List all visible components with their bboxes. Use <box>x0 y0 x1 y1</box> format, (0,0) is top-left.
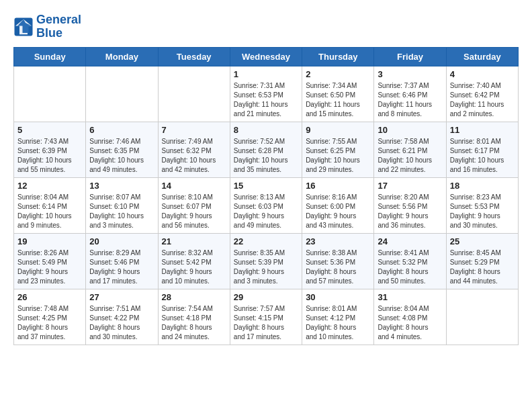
day-info: Sunrise: 8:16 AMSunset: 6:00 PMDaylight:… <box>306 193 370 230</box>
day-info: Sunrise: 8:01 AMSunset: 6:17 PMDaylight:… <box>450 137 515 175</box>
day-info: Sunrise: 7:57 AMSunset: 4:15 PMDaylight:… <box>234 304 298 342</box>
page-header: General Blue <box>13 13 519 40</box>
day-info: Sunrise: 8:10 AMSunset: 6:07 PMDaylight:… <box>162 193 226 230</box>
day-info: Sunrise: 7:37 AMSunset: 6:46 PMDaylight:… <box>378 81 442 119</box>
day-number: 4 <box>450 69 515 79</box>
day-number: 24 <box>378 236 442 246</box>
day-info: Sunrise: 7:49 AMSunset: 6:32 PMDaylight:… <box>162 137 226 175</box>
day-number: 13 <box>89 181 154 191</box>
day-number: 31 <box>378 292 442 302</box>
calendar-cell: 18Sunrise: 8:23 AMSunset: 5:53 PMDayligh… <box>446 177 518 233</box>
day-info: Sunrise: 7:31 AMSunset: 6:53 PMDaylight:… <box>234 81 298 119</box>
calendar-cell: 5Sunrise: 7:43 AMSunset: 6:39 PMDaylight… <box>14 122 86 177</box>
logo-text: General Blue <box>36 13 81 40</box>
calendar-cell: 19Sunrise: 8:26 AMSunset: 5:49 PMDayligh… <box>14 233 86 289</box>
day-info: Sunrise: 7:48 AMSunset: 4:25 PMDaylight:… <box>17 304 82 342</box>
day-info: Sunrise: 8:38 AMSunset: 5:36 PMDaylight:… <box>306 248 370 286</box>
calendar-cell <box>14 66 86 122</box>
day-number: 19 <box>17 236 82 246</box>
calendar-cell: 6Sunrise: 7:46 AMSunset: 6:35 PMDaylight… <box>86 122 158 177</box>
day-info: Sunrise: 8:35 AMSunset: 5:39 PMDaylight:… <box>234 248 298 286</box>
day-number: 18 <box>450 181 515 191</box>
day-number: 21 <box>162 236 226 246</box>
day-info: Sunrise: 7:43 AMSunset: 6:39 PMDaylight:… <box>17 137 82 175</box>
calendar-cell: 31Sunrise: 8:04 AMSunset: 4:08 PMDayligh… <box>374 289 446 345</box>
day-info: Sunrise: 8:32 AMSunset: 5:42 PMDaylight:… <box>162 248 226 286</box>
calendar-cell: 21Sunrise: 8:32 AMSunset: 5:42 PMDayligh… <box>158 233 230 289</box>
day-number: 6 <box>89 125 154 135</box>
calendar-cell: 22Sunrise: 8:35 AMSunset: 5:39 PMDayligh… <box>230 233 302 289</box>
calendar-week-row: 26Sunrise: 7:48 AMSunset: 4:25 PMDayligh… <box>14 289 519 345</box>
logo-icon <box>13 17 34 37</box>
day-number: 25 <box>450 236 515 246</box>
day-info: Sunrise: 8:20 AMSunset: 5:56 PMDaylight:… <box>378 193 442 230</box>
day-info: Sunrise: 8:13 AMSunset: 6:03 PMDaylight:… <box>234 193 298 230</box>
day-number: 23 <box>306 236 370 246</box>
day-info: Sunrise: 7:51 AMSunset: 4:22 PMDaylight:… <box>89 304 154 342</box>
calendar-cell: 16Sunrise: 8:16 AMSunset: 6:00 PMDayligh… <box>302 177 374 233</box>
calendar-cell: 30Sunrise: 8:01 AMSunset: 4:12 PMDayligh… <box>302 289 374 345</box>
day-info: Sunrise: 7:55 AMSunset: 6:25 PMDaylight:… <box>306 137 370 175</box>
day-number: 7 <box>162 125 226 135</box>
day-number: 8 <box>234 125 298 135</box>
day-header-sunday: Sunday <box>14 47 86 66</box>
day-number: 2 <box>306 69 370 79</box>
calendar-week-row: 5Sunrise: 7:43 AMSunset: 6:39 PMDaylight… <box>14 122 519 177</box>
calendar-cell: 14Sunrise: 8:10 AMSunset: 6:07 PMDayligh… <box>158 177 230 233</box>
calendar-cell: 9Sunrise: 7:55 AMSunset: 6:25 PMDaylight… <box>302 122 374 177</box>
day-number: 11 <box>450 125 515 135</box>
calendar-cell <box>158 66 230 122</box>
day-info: Sunrise: 8:04 AMSunset: 4:08 PMDaylight:… <box>378 304 442 342</box>
calendar-cell: 27Sunrise: 7:51 AMSunset: 4:22 PMDayligh… <box>86 289 158 345</box>
calendar-cell: 24Sunrise: 8:41 AMSunset: 5:32 PMDayligh… <box>374 233 446 289</box>
day-info: Sunrise: 7:54 AMSunset: 4:18 PMDaylight:… <box>162 304 226 342</box>
calendar-cell: 26Sunrise: 7:48 AMSunset: 4:25 PMDayligh… <box>14 289 86 345</box>
calendar-week-row: 1Sunrise: 7:31 AMSunset: 6:53 PMDaylight… <box>14 66 519 122</box>
day-header-wednesday: Wednesday <box>230 47 302 66</box>
day-info: Sunrise: 7:34 AMSunset: 6:50 PMDaylight:… <box>306 81 370 119</box>
day-number: 29 <box>234 292 298 302</box>
day-info: Sunrise: 8:29 AMSunset: 5:46 PMDaylight:… <box>89 248 154 286</box>
logo: General Blue <box>13 13 81 40</box>
calendar-cell: 28Sunrise: 7:54 AMSunset: 4:18 PMDayligh… <box>158 289 230 345</box>
calendar-cell: 3Sunrise: 7:37 AMSunset: 6:46 PMDaylight… <box>374 66 446 122</box>
day-header-tuesday: Tuesday <box>158 47 230 66</box>
calendar-week-row: 12Sunrise: 8:04 AMSunset: 6:14 PMDayligh… <box>14 177 519 233</box>
calendar-cell: 8Sunrise: 7:52 AMSunset: 6:28 PMDaylight… <box>230 122 302 177</box>
calendar-cell: 12Sunrise: 8:04 AMSunset: 6:14 PMDayligh… <box>14 177 86 233</box>
day-number: 5 <box>17 125 82 135</box>
calendar-week-row: 19Sunrise: 8:26 AMSunset: 5:49 PMDayligh… <box>14 233 519 289</box>
calendar-cell <box>446 289 518 345</box>
day-info: Sunrise: 8:07 AMSunset: 6:10 PMDaylight:… <box>89 193 154 230</box>
day-info: Sunrise: 8:04 AMSunset: 6:14 PMDaylight:… <box>17 193 82 230</box>
day-number: 10 <box>378 125 442 135</box>
day-number: 14 <box>162 181 226 191</box>
day-info: Sunrise: 8:01 AMSunset: 4:12 PMDaylight:… <box>306 304 370 342</box>
day-info: Sunrise: 8:23 AMSunset: 5:53 PMDaylight:… <box>450 193 515 230</box>
day-number: 28 <box>162 292 226 302</box>
day-info: Sunrise: 7:52 AMSunset: 6:28 PMDaylight:… <box>234 137 298 175</box>
calendar-cell: 1Sunrise: 7:31 AMSunset: 6:53 PMDaylight… <box>230 66 302 122</box>
day-number: 20 <box>89 236 154 246</box>
day-info: Sunrise: 8:26 AMSunset: 5:49 PMDaylight:… <box>17 248 82 286</box>
calendar-cell: 20Sunrise: 8:29 AMSunset: 5:46 PMDayligh… <box>86 233 158 289</box>
calendar-cell: 15Sunrise: 8:13 AMSunset: 6:03 PMDayligh… <box>230 177 302 233</box>
day-header-monday: Monday <box>86 47 158 66</box>
calendar-cell: 11Sunrise: 8:01 AMSunset: 6:17 PMDayligh… <box>446 122 518 177</box>
day-number: 27 <box>89 292 154 302</box>
calendar-cell <box>86 66 158 122</box>
day-header-thursday: Thursday <box>302 47 374 66</box>
day-info: Sunrise: 8:45 AMSunset: 5:29 PMDaylight:… <box>450 248 515 286</box>
calendar-header-row: SundayMondayTuesdayWednesdayThursdayFrid… <box>14 47 519 66</box>
calendar-cell: 13Sunrise: 8:07 AMSunset: 6:10 PMDayligh… <box>86 177 158 233</box>
calendar-cell: 29Sunrise: 7:57 AMSunset: 4:15 PMDayligh… <box>230 289 302 345</box>
day-info: Sunrise: 8:41 AMSunset: 5:32 PMDaylight:… <box>378 248 442 286</box>
calendar-cell: 2Sunrise: 7:34 AMSunset: 6:50 PMDaylight… <box>302 66 374 122</box>
day-number: 16 <box>306 181 370 191</box>
day-header-saturday: Saturday <box>446 47 518 66</box>
day-number: 17 <box>378 181 442 191</box>
day-number: 9 <box>306 125 370 135</box>
day-number: 30 <box>306 292 370 302</box>
calendar-cell: 4Sunrise: 7:40 AMSunset: 6:42 PMDaylight… <box>446 66 518 122</box>
calendar-table: SundayMondayTuesdayWednesdayThursdayFrid… <box>13 47 519 345</box>
